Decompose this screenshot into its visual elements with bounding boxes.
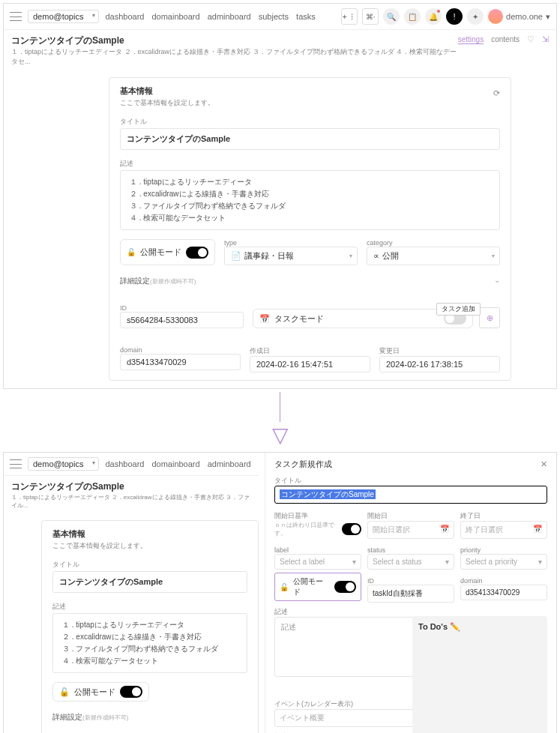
add-task-tooltip: タスク追加: [436, 303, 481, 316]
title-label: タイトル: [274, 476, 547, 486]
basic-title: 基本情報: [120, 85, 500, 97]
topbar: demo@topics dashboard domainboard adminb…: [4, 4, 556, 30]
top-actions: + ︙ ⌘· 🔍 📋 🔔 ! ✦ demo.one ▾: [341, 8, 550, 25]
screenshot-top: demo@topics dashboard domainboard adminb…: [3, 3, 557, 389]
category-label: category: [367, 239, 500, 247]
todo-title: To Do's ✏️: [418, 622, 541, 632]
calendar-icon: 📅: [440, 525, 449, 533]
updated-field: 2024-02-16 17:38:15: [379, 356, 500, 372]
search-icon[interactable]: 🔍: [383, 8, 400, 25]
tab-settings[interactable]: settings: [458, 35, 484, 44]
page-title: コンテンツタイプのSample: [11, 34, 458, 47]
chevron-down-icon: ▾: [546, 12, 550, 22]
label-desc: 記述: [120, 159, 500, 169]
priority-select[interactable]: Select a priority▾: [460, 554, 547, 570]
nav-adminboard[interactable]: adminboard: [208, 12, 251, 21]
modal-domain-field: d354133470029: [460, 585, 547, 600]
user-menu[interactable]: demo.one ▾: [488, 9, 550, 24]
basic-panel: 基本情報 ここで基本情報を設定します。 ⟳ タイトル コンテンツタイプのSamp…: [109, 77, 511, 381]
label-title: タイトル: [120, 117, 500, 127]
task-modal: タスク新規作成 ✕ タイトル コンテンツタイプのSample 開始日基準 ｏｎは…: [265, 453, 556, 733]
id-label: ID: [120, 304, 244, 312]
domain-label: domain: [120, 346, 241, 354]
menu-icon[interactable]: [10, 459, 22, 468]
detail-header[interactable]: 詳細設定(新規作成時不可) ⌄: [120, 276, 500, 286]
modal-public-toggle[interactable]: 🔓公開モード: [274, 573, 361, 601]
public-mode-toggle[interactable]: 🔓 公開モード: [120, 239, 215, 265]
calendar-icon: 📅: [533, 525, 542, 533]
chevron-icon: ⌄: [494, 276, 500, 284]
created-field: 2024-02-16 15:47:51: [250, 356, 370, 372]
calendar-icon[interactable]: 📋: [404, 8, 421, 25]
refresh-icon[interactable]: ⟳: [493, 88, 500, 98]
background-ui: demo@topics dashboard domainboard adminb…: [4, 453, 259, 733]
created-label: 作成日: [250, 346, 370, 356]
end-date-input[interactable]: 終了日選択📅: [460, 521, 547, 539]
subheader: コンテンツタイプのSample １．tiptapによるリッチーエディータ ２．e…: [4, 30, 556, 71]
workspace-selector[interactable]: demo@topics: [28, 10, 99, 23]
id-field[interactable]: s5664284-5330083: [120, 312, 244, 328]
add-task-button[interactable]: ⊕: [479, 307, 500, 328]
nav-subjects[interactable]: subjects: [259, 12, 289, 21]
basic-desc: ここで基本情報を設定します。: [120, 98, 500, 108]
tab-contents[interactable]: contents: [491, 35, 520, 43]
updated-label: 変更日: [379, 346, 500, 356]
toggle-on[interactable]: [186, 247, 208, 259]
title-input[interactable]: コンテンツタイプのSample: [120, 128, 500, 150]
menu-icon[interactable]: [10, 12, 22, 21]
page-desc: １．tiptapによるリッチーエディータ ２．excalidrawによる線描き・…: [11, 47, 458, 67]
label-select[interactable]: Select a label▾: [274, 554, 361, 570]
nav-dashboard[interactable]: dashboard: [105, 12, 144, 21]
nav: dashboard domainboard adminboard subject…: [105, 12, 315, 21]
status-select[interactable]: Select a status▾: [367, 554, 454, 570]
close-icon[interactable]: ✕: [541, 459, 547, 469]
info-icon[interactable]: !: [446, 8, 463, 25]
cal-mini-icon: 📅: [259, 314, 270, 324]
category-select[interactable]: ∝公開: [367, 247, 500, 265]
doc-icon: 📄: [231, 251, 241, 261]
workspace-selector[interactable]: demo@topics: [28, 457, 99, 471]
sparkle-icon[interactable]: ✦: [467, 8, 484, 25]
modal-desc-input[interactable]: 記述: [274, 617, 422, 677]
nav-tasks[interactable]: tasks: [296, 12, 316, 21]
screenshot-bottom: demo@topics dashboard domainboard adminb…: [3, 452, 557, 733]
modal-id-field: taskId自動採番: [367, 585, 454, 603]
lock-icon: 🔓: [127, 248, 136, 256]
modal-title: タスク新規作成: [274, 459, 332, 470]
event-input[interactable]: イベント概要: [274, 709, 422, 727]
heart-icon[interactable]: ♡: [527, 34, 535, 44]
add-button[interactable]: + ︙: [341, 8, 358, 25]
shortcut-button[interactable]: ⌘·: [362, 8, 379, 25]
desc-input[interactable]: tiptapによるリッチーエディータ excalidrawによる線描き・手書き対…: [120, 170, 500, 230]
start-date-input[interactable]: 開始日選択📅: [367, 521, 454, 539]
username: demo.one: [506, 12, 543, 21]
arrow-line: [280, 392, 280, 422]
todo-panel: To Do's ✏️ ToDo追加: [412, 616, 547, 733]
avatar: [488, 9, 503, 24]
domain-field[interactable]: d354133470029: [120, 354, 241, 370]
nav-domainboard[interactable]: domainboard: [151, 12, 199, 21]
modal-title-input[interactable]: コンテンツタイプのSample: [274, 486, 547, 504]
share-icon[interactable]: ⇲: [542, 34, 549, 44]
arrow-down-icon: ▽: [0, 425, 560, 446]
type-label: type: [224, 239, 358, 247]
share-mini-icon: ∝: [373, 251, 379, 261]
bell-icon[interactable]: 🔔: [425, 8, 442, 25]
start-basis-toggle[interactable]: [342, 523, 361, 535]
desc-list: tiptapによるリッチーエディータ excalidrawによる線描き・手書き対…: [127, 177, 493, 223]
type-select[interactable]: 📄議事録・日報: [224, 247, 358, 265]
